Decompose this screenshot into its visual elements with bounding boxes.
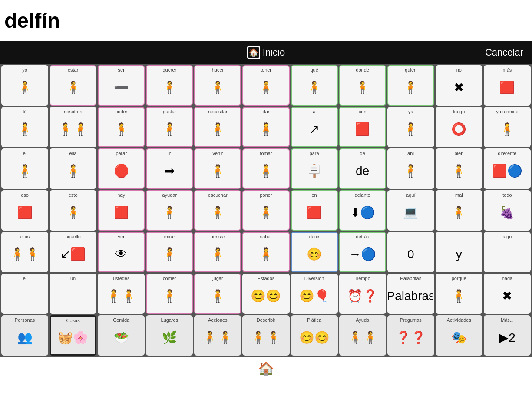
grid-cell-2-6[interactable]: para🪧 — [291, 148, 338, 189]
grid-cell-2-0[interactable]: él🧍 — [1, 148, 48, 189]
grid-cell-5-2[interactable]: ustedes🧍🧍 — [98, 274, 145, 314]
grid-cell-0-2[interactable]: ser➖ — [98, 65, 145, 106]
grid-cell-2-5[interactable]: tomar🧍 — [242, 148, 289, 189]
grid-cell-4-2[interactable]: ver👁 — [98, 232, 145, 272]
grid-cell-0-9[interactable]: no✖ — [436, 65, 482, 106]
inicio-button[interactable]: 🏠 Inicio — [247, 46, 285, 59]
grid-cell-0-6[interactable]: qué🧍 — [291, 65, 338, 106]
cell-icon-4-4: 🧍 — [210, 247, 225, 261]
grid-cell-1-7[interactable]: con🟥 — [339, 107, 386, 147]
grid-cell-4-4[interactable]: pensar🧍 — [194, 232, 241, 272]
grid-cell-4-7[interactable]: detrás→🔵 — [339, 232, 386, 272]
grid-cell-0-10[interactable]: más🟥 — [484, 65, 531, 106]
grid-cell-5-8[interactable]: PalabritasPalabras — [387, 274, 434, 314]
grid-cell-4-8[interactable]: 0 — [387, 232, 434, 272]
grid-cell-4-1[interactable]: aquello↙🟥 — [50, 232, 96, 272]
grid-cell-2-7[interactable]: dede — [339, 148, 386, 189]
cell-label-3-5: poner — [243, 192, 288, 198]
cell-label-4-3: mirar — [147, 234, 192, 239]
cell-icon-6-10: ▶2 — [499, 330, 515, 345]
grid-cell-6-3[interactable]: Lugares🌿 — [146, 315, 193, 356]
cell-label-3-6: en — [292, 192, 337, 198]
cell-label-2-4: venir — [195, 151, 240, 156]
grid-cell-0-8[interactable]: quién🧍 — [387, 65, 434, 106]
grid-cell-3-6[interactable]: en🟥 — [291, 190, 338, 231]
grid-cell-5-10[interactable]: nada✖ — [484, 274, 531, 314]
grid-cell-5-5[interactable]: Estados😊😊 — [242, 274, 289, 314]
grid-cell-3-10[interactable]: todo🍇 — [484, 190, 531, 231]
grid-cell-4-10[interactable]: algo — [484, 232, 531, 272]
grid-cell-5-9[interactable]: porque🧍 — [436, 274, 482, 314]
grid-cell-6-10[interactable]: Más...▶2 — [484, 315, 531, 356]
grid-cell-2-9[interactable]: bien🧍 — [436, 148, 482, 189]
grid-cell-0-3[interactable]: querer🧍 — [146, 65, 193, 106]
grid-cell-3-8[interactable]: aquí💻 — [387, 190, 434, 231]
grid-cell-1-5[interactable]: dar🧍 — [242, 107, 289, 147]
cell-icon-1-4: 🧍 — [210, 122, 225, 136]
grid-cell-1-2[interactable]: poder🧍 — [98, 107, 145, 147]
grid-cell-0-0[interactable]: yo🧍 — [1, 65, 48, 106]
grid-cell-3-9[interactable]: mal🧍 — [436, 190, 482, 231]
grid-cell-0-5[interactable]: tener🧍 — [242, 65, 289, 106]
grid-cell-3-0[interactable]: eso🟥 — [1, 190, 48, 231]
grid-cell-4-9[interactable]: y — [436, 232, 482, 272]
grid-cell-3-7[interactable]: delante⬇🔵 — [339, 190, 386, 231]
grid-cell-6-5[interactable]: Describir🧍🧍 — [242, 315, 289, 356]
grid-cell-4-0[interactable]: ellos🧍🧍 — [1, 232, 48, 272]
grid-cell-6-1[interactable]: Cosas🧺🌸 — [50, 315, 96, 356]
home-button[interactable]: 🏠 — [258, 361, 274, 376]
grid-cell-5-4[interactable]: jugar🧍 — [194, 274, 241, 314]
grid-cell-0-1[interactable]: estar🧍 — [50, 65, 96, 106]
grid-cell-1-6[interactable]: a↗ — [291, 107, 338, 147]
grid-cell-2-4[interactable]: venir🧍 — [194, 148, 241, 189]
cell-icon-6-2: 🥗 — [114, 330, 129, 345]
grid-cell-5-7[interactable]: Tiempo⏰❓ — [339, 274, 386, 314]
grid-cell-6-6[interactable]: Plática😊😊 — [291, 315, 338, 356]
grid-cell-2-2[interactable]: parar🛑 — [98, 148, 145, 189]
cell-label-5-6: Diversión — [292, 276, 337, 281]
grid-cell-5-6[interactable]: Diversión😊🎈 — [291, 274, 338, 314]
grid-cell-4-3[interactable]: mirar🧍 — [146, 232, 193, 272]
grid-cell-1-8[interactable]: ya🧍 — [387, 107, 434, 147]
grid-cell-3-5[interactable]: poner🧍 — [242, 190, 289, 231]
grid-cell-2-10[interactable]: diferente🟥🔵 — [484, 148, 531, 189]
cell-label-6-3: Lugares — [147, 317, 192, 323]
cell-label-1-0: tú — [2, 109, 47, 114]
grid-cell-3-2[interactable]: hay🟥 — [98, 190, 145, 231]
grid-cell-6-9[interactable]: Actividades🎭 — [436, 315, 482, 356]
grid-cell-1-0[interactable]: tú🧍 — [1, 107, 48, 147]
cell-label-3-8: aquí — [388, 192, 433, 198]
grid-cell-6-2[interactable]: Comida🥗 — [98, 315, 145, 356]
cell-label-0-7: dónde — [340, 67, 385, 73]
grid-cell-2-8[interactable]: ahí🧍 — [387, 148, 434, 189]
cell-icon-6-9: 🎭 — [451, 330, 466, 345]
grid-cell-1-4[interactable]: necesitar🧍 — [194, 107, 241, 147]
grid-cell-5-3[interactable]: comer🧍 — [146, 274, 193, 314]
grid-cell-4-6[interactable]: decir😊 — [291, 232, 338, 272]
grid-cell-6-8[interactable]: Preguntas❓❓ — [387, 315, 434, 356]
grid-cell-6-4[interactable]: Acciones🧍🧍 — [194, 315, 241, 356]
cell-icon-0-2: ➖ — [114, 80, 129, 95]
grid-cell-0-7[interactable]: dónde🧍 — [339, 65, 386, 106]
grid-cell-5-1[interactable]: un — [50, 274, 96, 314]
cell-icon-5-5: 😊😊 — [251, 289, 281, 303]
cell-label-2-7: de — [340, 151, 385, 156]
grid-cell-6-0[interactable]: Personas👥 — [1, 315, 48, 356]
grid-cell-1-10[interactable]: ya terminé🧍 — [484, 107, 531, 147]
grid-cell-5-0[interactable]: el — [1, 274, 48, 314]
cancelar-button[interactable]: Cancelar — [485, 47, 523, 58]
cell-label-5-7: Tiempo — [340, 276, 385, 281]
grid-cell-1-9[interactable]: luego⭕ — [436, 107, 482, 147]
cell-icon-5-2: 🧍🧍 — [106, 289, 136, 303]
grid-cell-3-3[interactable]: ayudar🧍 — [146, 190, 193, 231]
grid-cell-0-4[interactable]: hacer🧍 — [194, 65, 241, 106]
cell-label-4-6: decir — [292, 234, 337, 239]
grid-cell-1-3[interactable]: gustar🧍 — [146, 107, 193, 147]
grid-cell-6-7[interactable]: Ayuda🧍🧍 — [339, 315, 386, 356]
grid-cell-4-5[interactable]: saber🧍 — [242, 232, 289, 272]
grid-cell-3-4[interactable]: escuchar🧍 — [194, 190, 241, 231]
grid-cell-2-1[interactable]: ella🧍 — [50, 148, 96, 189]
grid-cell-2-3[interactable]: ir➡ — [146, 148, 193, 189]
grid-cell-1-1[interactable]: nosotros🧍🧍 — [50, 107, 96, 147]
grid-cell-3-1[interactable]: esto🧍 — [50, 190, 96, 231]
